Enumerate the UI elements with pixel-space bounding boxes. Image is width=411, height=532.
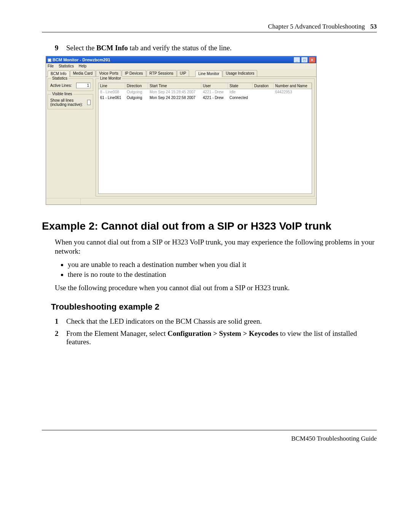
menubar: File Statistics Help <box>46 63 316 69</box>
active-lines-value: 1 <box>76 83 91 88</box>
maximize-button[interactable]: □ <box>301 57 308 63</box>
menu-file[interactable]: File <box>48 64 54 68</box>
page-header: Chapter 5 Advanced Troubleshooting 53 <box>42 23 377 32</box>
tab-media-card[interactable]: Media Card <box>70 70 96 77</box>
window-title: BCM Monitor - Drewzbcm201 <box>53 58 110 62</box>
col-direction[interactable]: Direction <box>125 83 148 89</box>
table-row[interactable]: 61 - Line061 Outgoing Mon Sep 24 20:22:5… <box>99 95 312 101</box>
visible-lines-panel: Visible lines Show all lines (including … <box>48 94 93 109</box>
statistics-panel: Statistics Active Lines: 1 <box>48 78 93 91</box>
troubleshooting-subheading: Troubleshooting example 2 <box>51 302 377 312</box>
tab-line-monitor[interactable]: Line Monitor <box>195 70 222 77</box>
minimize-button[interactable]: _ <box>293 57 300 63</box>
step-text: Select the BCM Info tab and verify the s… <box>66 44 232 52</box>
step-number: 1 <box>55 317 66 326</box>
bcm-monitor-window: ▣ BCM Monitor - Drewzbcm201 _ □ × File S… <box>46 56 317 205</box>
table-header: Line Direction Start Time User State Dur… <box>99 83 312 89</box>
statusbar <box>46 198 316 204</box>
bullet-item: there is no route to the destination <box>68 270 377 279</box>
intro-paragraph: When you cannot dial out from a SIP or H… <box>55 238 377 256</box>
step-number: 2 <box>55 329 66 346</box>
table-row[interactable]: 8 - Line008 Outgoing Mon Sep 24 15:28:45… <box>99 89 312 95</box>
step-2: 2 From the Element Manager, select Confi… <box>55 329 377 346</box>
problem-bullets: you are unable to reach a destination nu… <box>68 260 377 279</box>
close-button[interactable]: × <box>309 57 315 63</box>
bullet-item: you are unable to reach a destination nu… <box>68 260 377 269</box>
line-monitor-table: Line Direction Start Time User State Dur… <box>98 83 312 194</box>
step-text: From the Element Manager, select Configu… <box>66 329 377 346</box>
step-number: 9 <box>55 44 66 52</box>
titlebar[interactable]: ▣ BCM Monitor - Drewzbcm201 _ □ × <box>46 56 316 63</box>
col-number[interactable]: Number and Name <box>274 83 312 89</box>
tab-uip[interactable]: UIP <box>177 70 190 77</box>
page-number: 53 <box>370 23 377 30</box>
page-footer: BCM450 Troubleshooting Guide <box>42 430 377 443</box>
footer-text: BCM450 Troubleshooting Guide <box>291 435 377 442</box>
col-duration[interactable]: Duration <box>253 83 274 89</box>
tab-ip-devices[interactable]: IP Devices <box>122 70 146 77</box>
col-state[interactable]: State <box>228 83 253 89</box>
chapter-title: Chapter 5 Advanced Troubleshooting <box>268 23 365 30</box>
use-procedure-paragraph: Use the following procedure when you can… <box>55 283 377 292</box>
col-line[interactable]: Line <box>99 83 125 89</box>
menu-help[interactable]: Help <box>79 64 87 68</box>
col-user[interactable]: User <box>201 83 228 89</box>
tab-strip: BCM Info Media Card Voice Ports IP Devic… <box>46 69 316 77</box>
tab-rtp-sessions[interactable]: RTP Sessions <box>147 70 177 77</box>
tab-usage-indicators[interactable]: Usage Indicators <box>223 70 257 77</box>
visible-lines-legend: Visible lines <box>51 92 73 96</box>
step-1: 1 Check that the LED indicators on the B… <box>55 317 377 326</box>
line-monitor-panel: Line Monitor Line Direction Start Time U… <box>96 78 315 197</box>
step-9: 9 Select the BCM Info tab and verify the… <box>55 44 377 52</box>
app-icon: ▣ <box>48 58 51 62</box>
tab-voice-ports[interactable]: Voice Ports <box>96 70 121 77</box>
line-monitor-legend: Line Monitor <box>99 76 122 80</box>
active-lines-label: Active Lines: <box>50 83 72 88</box>
example-2-heading: Example 2: Cannot dial out from a SIP or… <box>42 220 377 232</box>
step-text: Check that the LED indicators on the BCM… <box>66 317 262 326</box>
col-start[interactable]: Start Time <box>148 83 201 89</box>
statistics-legend: Statistics <box>51 76 68 80</box>
show-all-checkbox[interactable] <box>87 100 91 105</box>
show-all-label: Show all lines (including inactive): <box>50 98 85 107</box>
menu-statistics[interactable]: Statistics <box>59 64 74 68</box>
